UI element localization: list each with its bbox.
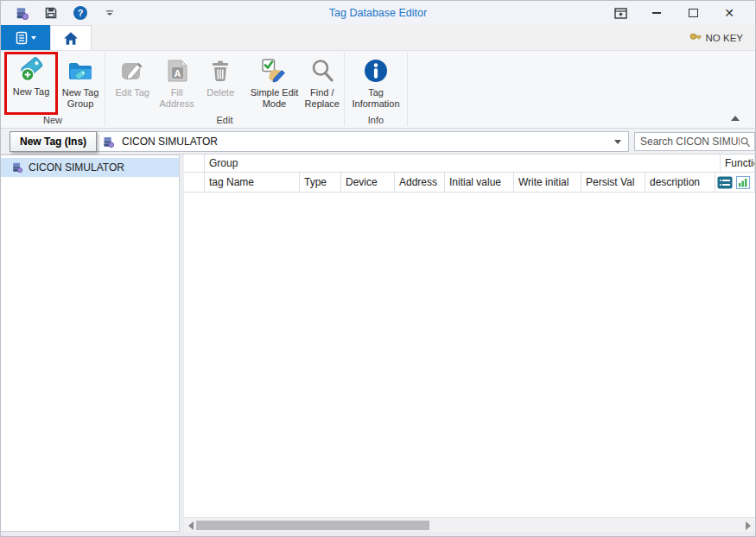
simple-edit-mode-button[interactable]: Simple Edit Mode [248,53,300,115]
grid-column-header-row: tag Name Type Device Address Initial val… [184,173,755,193]
svg-text:A: A [174,68,181,79]
maximize-button[interactable] [686,6,700,20]
app-icon[interactable] [13,4,30,22]
minimize-button[interactable] [650,6,664,20]
device-tree-panel: CICON SIMULATOR [1,155,180,532]
save-icon[interactable] [42,4,60,22]
ribbon-separator [407,53,408,126]
app-window: ? Tag Database Editor ✕ [0,0,756,537]
grid-body-empty[interactable] [184,193,755,517]
device-selector-value: CICON SIMULATOR [122,136,218,148]
home-icon [63,31,79,46]
tooltip-new-tag: New Tag (Ins) [10,131,97,152]
column-header-type[interactable]: Type [300,173,341,193]
new-tag-label: New Tag [13,86,50,98]
ribbon-group-new-label: New [1,115,105,128]
edit-tag-icon [118,57,146,85]
report-chart-icon[interactable] [736,175,752,189]
function-column-header[interactable]: Function [721,155,755,173]
tag-information-label: Tag Information [346,87,405,110]
column-header-device[interactable]: Device [341,173,395,193]
fill-address-icon: A [163,57,191,85]
grid-group-header-row: Group Function [184,155,755,173]
menu-caret-icon [31,36,36,40]
column-header-initial-value[interactable]: Initial value [445,173,514,193]
customize-toolbar-arrow-icon[interactable] [101,4,118,22]
find-replace-icon [308,57,336,85]
scroll-right-icon[interactable] [746,521,751,530]
delete-label: Delete [206,87,234,98]
edit-tag-button[interactable]: Edit Tag [111,53,154,115]
window-controls: ✕ [613,6,755,20]
window-bottom-edge [1,532,755,537]
column-header-write-initial[interactable]: Write initial [514,173,581,193]
delete-button[interactable]: Delete [200,53,242,115]
device-toolbar: CICON SIMULATOR [1,129,755,155]
new-tag-button[interactable]: New Tag [4,52,58,115]
close-button[interactable]: ✕ [722,6,736,20]
group-column-header[interactable]: Group [205,155,721,173]
new-tag-group-label: New Tag Group [58,87,103,110]
ribbon-group-info-label: Info [345,115,407,128]
new-tag-icon [17,56,45,84]
license-status-text: NO KEY [706,33,743,43]
column-header-persist-val[interactable]: Persist Val [581,173,645,193]
ribbon-group-edit: Edit Tag A Fill Address [105,51,344,128]
tab-home[interactable] [50,25,92,50]
quick-access-toolbar: ? [1,4,118,22]
list-menu-icon [15,31,29,45]
title-bar: ? Tag Database Editor ✕ [1,1,755,25]
row-indicator-header [184,173,205,193]
key-icon [689,32,702,43]
search-input[interactable] [640,136,740,148]
plc-device-icon [102,136,115,148]
new-tag-group-button[interactable]: New Tag Group [58,53,103,115]
tab-menu[interactable] [1,25,50,50]
tree-item-label: CICON SIMULATOR [29,161,124,174]
column-header-description[interactable]: description [645,173,715,193]
view-list-icon[interactable] [717,175,733,189]
ribbon: New Tag New Tag Group New [1,51,755,129]
find-replace-label: Find / Replace [301,87,344,110]
fill-address-button[interactable]: A Fill Address [154,53,199,115]
tree-item-cicon-simulator[interactable]: CICON SIMULATOR [1,158,179,177]
scroll-left-icon[interactable] [188,521,194,530]
ribbon-toggle-icon[interactable] [613,6,627,20]
tag-grid: Group Function tag Name Type Device Addr… [184,155,755,532]
find-replace-button[interactable]: Find / Replace [301,53,344,115]
tag-information-button[interactable]: Tag Information [346,53,405,115]
help-icon[interactable]: ? [72,4,89,22]
delete-icon [206,57,234,85]
svg-text:?: ? [78,8,84,18]
tag-information-icon [362,57,390,85]
row-indicator-header [184,155,205,173]
fill-address-label: Fill Address [154,87,199,110]
plc-device-icon [11,161,23,174]
function-header-cell [715,173,755,193]
edit-tag-label: Edit Tag [115,87,149,98]
ribbon-group-info: Tag Information Info [345,51,407,128]
scrollbar-thumb[interactable] [196,521,429,530]
main-area: CICON SIMULATOR Group Function tag Name … [1,155,755,532]
ribbon-tab-row: NO KEY [1,25,755,51]
search-icon[interactable] [740,136,751,148]
ribbon-group-new: New Tag New Tag Group New [1,51,105,128]
ribbon-group-edit-label: Edit [105,115,344,128]
license-status: NO KEY [689,25,755,50]
combo-dropdown-icon[interactable] [614,140,621,144]
simple-edit-mode-icon [260,57,288,85]
column-header-address[interactable]: Address [395,173,445,193]
column-header-tag-name[interactable]: tag Name [205,173,300,193]
device-selector-combobox[interactable]: CICON SIMULATOR [96,131,629,152]
horizontal-scrollbar[interactable] [184,517,755,532]
search-box [634,132,755,151]
simple-edit-mode-label: Simple Edit Mode [248,87,300,110]
new-tag-group-icon [67,57,94,85]
collapse-ribbon-icon[interactable] [731,116,740,121]
